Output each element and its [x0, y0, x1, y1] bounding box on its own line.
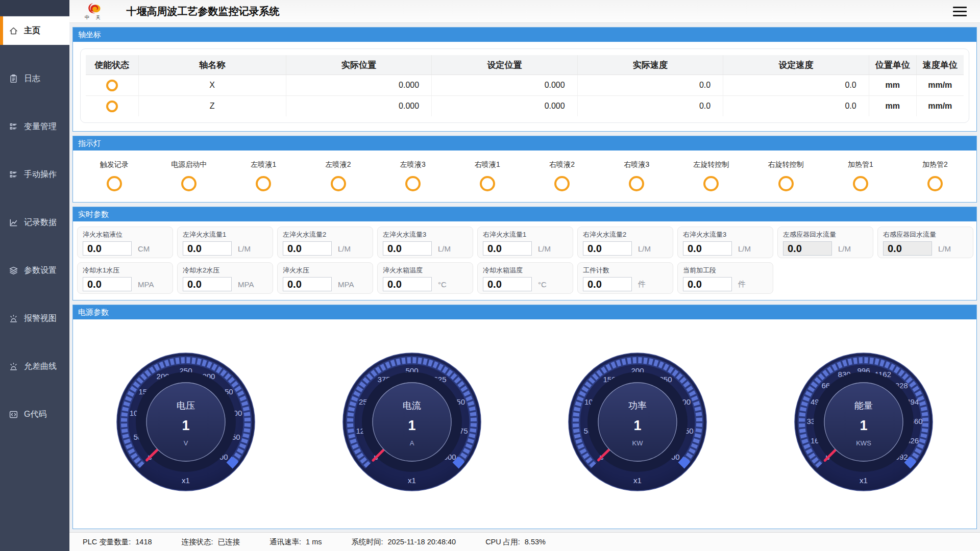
param-label: 右淬火水流量3 [683, 230, 768, 239]
param-input-right-quench-flow-1[interactable] [483, 241, 532, 256]
param-label: 冷却水1水压 [83, 266, 167, 275]
param-input-left-inductor-return-flow[interactable] [783, 241, 832, 256]
sidebar-item-manual[interactable]: 手动操作 [0, 160, 69, 189]
status-value: 1418 [135, 538, 152, 546]
param-card-quench-tank-level: 淬火水箱液位CM [77, 227, 173, 258]
param-label: 左淬火水流量2 [283, 230, 368, 239]
logo-swirl-icon [85, 3, 103, 15]
param-label: 工件计数 [583, 266, 668, 275]
param-unit: L/M [638, 244, 651, 253]
param-label: 左淬火水流量1 [183, 230, 267, 239]
indicator-light [703, 176, 719, 191]
axis-table-panel: 使能状态轴名称实际位置设定位置实际速度设定速度位置单位速度单位 X0.0000.… [80, 48, 969, 123]
sidebar-item-label: 主页 [24, 26, 40, 36]
axis-name-cell: Z [138, 96, 286, 117]
svg-text:KW: KW [632, 439, 644, 447]
param-input-left-quench-flow-2[interactable] [283, 241, 332, 256]
svg-text:电流: 电流 [403, 400, 421, 411]
param-input-quench-tank-level[interactable] [83, 241, 132, 256]
param-input-quench-water-pressure[interactable] [283, 277, 332, 291]
param-input-cooling-water-2-pressure[interactable] [183, 277, 232, 291]
indicator-right-spray-3: 右喷液3 [599, 160, 674, 191]
set-speed-cell: 0.0 [723, 96, 869, 117]
page-title: 十堰高周波工艺参数监控记录系统 [127, 5, 953, 18]
sidebar-item-logs[interactable]: 日志 [0, 64, 69, 93]
main-column: 中 天 十堰高周波工艺参数监控记录系统 轴坐标 使能 [69, 0, 980, 551]
indicator-label: 触发记录 [100, 160, 129, 169]
sidebar-item-gcode[interactable]: G代码 [0, 400, 69, 429]
axis-body: 使能状态轴名称实际位置设定位置实际速度设定速度位置单位速度单位 X0.0000.… [73, 42, 976, 131]
indicator-light [853, 176, 868, 191]
param-input-right-inductor-return-flow[interactable] [883, 241, 932, 256]
indicator-heater-1: 加热管1 [823, 160, 898, 191]
param-unit: °C [538, 280, 547, 289]
table-row-z: Z0.0000.0000.00.0mmmm/m [86, 96, 964, 117]
param-input-right-quench-flow-3[interactable] [683, 241, 732, 256]
sidebar-item-alarms[interactable]: 报警视图 [0, 304, 69, 333]
sidebar-item-label: 手动操作 [24, 169, 57, 180]
indicator-light [629, 176, 644, 191]
alarm-icon [8, 313, 18, 323]
indicator-light [778, 176, 794, 191]
status-comm-rate: 通讯速率:1 ms [270, 537, 322, 547]
param-unit: L/M [838, 244, 851, 253]
column-header: 位置单位 [869, 55, 916, 75]
param-card-workpiece-count: 工件计数件 [577, 262, 673, 294]
sidebar-item-tolerance[interactable]: 允差曲线 [0, 352, 69, 381]
param-unit: 件 [638, 280, 646, 289]
sidebar: 主页日志变量管理手动操作记录数据参数设置报警视图允差曲线G代码 [0, 0, 69, 551]
sidebar-item-variables[interactable]: 变量管理 [0, 112, 69, 141]
realtime-body: 淬火水箱液位CM左淬火水流量1L/M左淬火水流量2L/M左淬火水流量3L/M右淬… [73, 221, 976, 300]
column-header: 使能状态 [86, 55, 138, 75]
indicator-label: 右喷液1 [475, 160, 500, 169]
sidebar-item-label: 日志 [24, 73, 40, 84]
sidebar-item-label: 变量管理 [24, 121, 57, 132]
indicator-label: 加热管1 [848, 160, 873, 169]
indicator-right-spray-1: 右喷液1 [450, 160, 525, 191]
indicator-light [554, 176, 570, 191]
param-input-left-quench-flow-3[interactable] [383, 241, 432, 256]
indicator-label: 右喷液3 [624, 160, 649, 169]
sidebar-item-label: G代码 [24, 409, 46, 420]
param-unit: MPA [138, 280, 154, 289]
axis-name-cell: X [138, 75, 286, 96]
indicator-label: 左喷液2 [326, 160, 351, 169]
param-label: 左感应器回水流量 [783, 230, 868, 239]
param-input-cooling-tank-temperature[interactable] [483, 277, 532, 291]
param-unit: CM [138, 244, 150, 253]
column-header: 设定速度 [723, 55, 869, 75]
param-input-left-quench-flow-1[interactable] [183, 241, 232, 256]
sidebar-item-label: 报警视图 [24, 313, 57, 324]
status-value: 已连接 [218, 537, 240, 547]
svg-text:x1: x1 [633, 476, 642, 485]
hamburger-menu-icon[interactable] [953, 7, 967, 16]
indicator-power-starting: 电源启动中 [152, 160, 226, 191]
set-position-cell: 0.000 [432, 96, 578, 117]
sidebar-nav: 主页日志变量管理手动操作记录数据参数设置报警视图允差曲线G代码 [0, 15, 69, 448]
param-unit: MPA [338, 280, 354, 289]
indicator-light [405, 176, 421, 191]
indicator-left-spray-1: 左喷液1 [226, 160, 301, 191]
param-input-right-quench-flow-2[interactable] [583, 241, 632, 256]
svg-text:1: 1 [634, 418, 642, 433]
sidebar-item-settings[interactable]: 参数设置 [0, 256, 69, 285]
param-input-quench-tank-temperature[interactable] [383, 277, 432, 291]
param-input-current-segment[interactable] [683, 277, 732, 291]
param-input-workpiece-count[interactable] [583, 277, 632, 291]
param-input-cooling-water-1-pressure[interactable] [83, 277, 132, 291]
indicator-label: 右喷液2 [549, 160, 575, 169]
sidebar-item-home[interactable]: 主页 [0, 16, 69, 45]
status-label: CPU 占用: [485, 537, 520, 547]
position-unit-cell: mm [869, 96, 916, 117]
param-label: 淬火水箱温度 [383, 266, 468, 275]
power-gauges-body: 050100150200250300350400450500 电压 1 V x1… [73, 319, 976, 529]
indicators-body: 触发记录电源启动中左喷液1左喷液2左喷液3右喷液1右喷液2右喷液3左旋转控制右旋… [73, 151, 976, 202]
section-indicator-lights: 指示灯 触发记录电源启动中左喷液1左喷液2左喷液3右喷液1右喷液2右喷液3左旋转… [72, 136, 977, 203]
param-label: 当前加工段 [683, 266, 768, 275]
enable-status-light [106, 101, 118, 112]
indicator-light [107, 176, 122, 191]
gauge-power: 050100150200250300350400 功率 1 KW x1 [566, 349, 709, 498]
sidebar-item-records[interactable]: 记录数据 [0, 208, 69, 237]
svg-text:1: 1 [860, 418, 867, 433]
section-header-power: 电源参数 [73, 305, 976, 319]
